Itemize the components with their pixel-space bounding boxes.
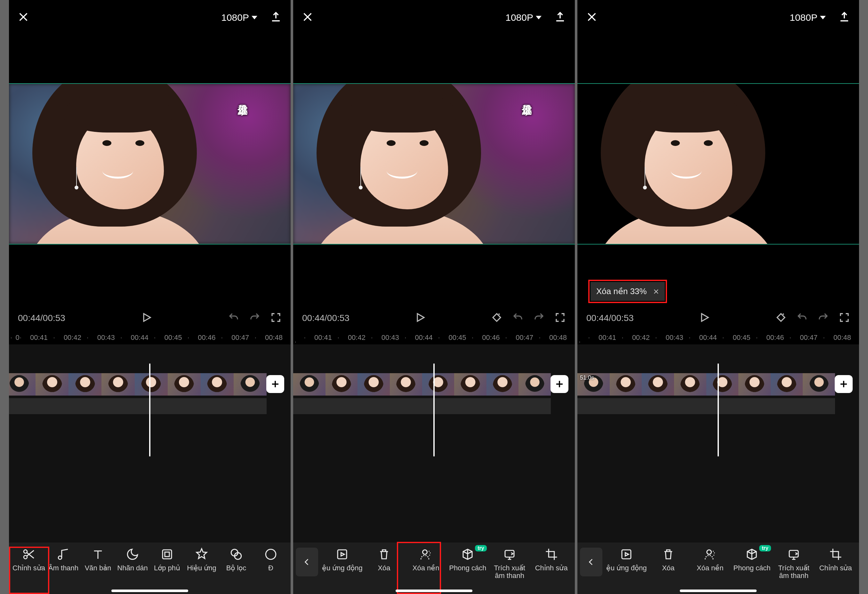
time-ruler[interactable]: 00:4100:4200:4300:4400:4500:4600:4700:48 (293, 331, 575, 344)
cube-icon (461, 548, 474, 561)
extract-audio-icon (503, 548, 516, 561)
svg-rect-3 (165, 552, 169, 557)
tool-text[interactable]: Văn bản (81, 548, 115, 572)
crop-icon (829, 548, 842, 561)
tool-filter[interactable]: Bộ lọc (219, 548, 254, 572)
try-badge: try (475, 545, 487, 551)
tool-audio[interactable]: Âm thanh (46, 548, 81, 572)
screen-1: 1080P 你就是永远 00:44/00:53 0 00:4100:4200:4… (9, 0, 291, 594)
video-preview[interactable]: 你就是永远 (9, 83, 291, 245)
add-clip-button[interactable] (835, 375, 853, 393)
play-box-icon (620, 548, 633, 561)
chevron-down-icon (252, 15, 257, 21)
tool-delete[interactable]: Xóa (648, 548, 689, 572)
close-icon[interactable] (653, 289, 659, 294)
time-ruler[interactable]: 00:4100:4200:4300:4400:4500:4600:4700:48 (577, 331, 859, 344)
fullscreen-icon[interactable] (838, 312, 850, 325)
playhead[interactable] (149, 363, 151, 457)
timeline[interactable] (9, 344, 291, 542)
tool-crop[interactable]: Chỉnh sửa (815, 548, 856, 572)
toolbar-sub: ệu ứng động Xóa Xóa nền try Phong cách T… (293, 542, 575, 594)
overlay-icon (160, 548, 174, 561)
try-badge: try (759, 545, 771, 551)
progress-toast: Xóa nền 33% (590, 282, 665, 301)
back-button[interactable] (296, 548, 318, 576)
add-clip-button[interactable] (266, 375, 284, 393)
fullscreen-icon[interactable] (270, 312, 282, 325)
person-cutout-icon (704, 548, 717, 561)
tool-style[interactable]: try Phong cách (731, 548, 773, 572)
crop-icon (545, 548, 558, 561)
text-icon (91, 548, 105, 561)
tool-animation[interactable]: ệu ứng động (321, 548, 363, 572)
close-icon[interactable] (586, 12, 597, 24)
clip-strip[interactable] (9, 373, 267, 396)
clip-strip[interactable]: 51.0s (577, 373, 835, 396)
home-indicator (396, 590, 472, 592)
back-button[interactable] (580, 548, 602, 576)
export-icon[interactable] (838, 11, 850, 24)
tool-extract-audio[interactable]: Trích xuất âm thanh (773, 548, 815, 579)
top-bar: 1080P (9, 0, 291, 35)
video-preview[interactable]: 你就是永远 (293, 83, 575, 245)
screen-2: 1080P 你就是永远 00:44/00:53 00:4100:4200:430… (293, 0, 575, 594)
home-indicator (680, 590, 757, 592)
resolution-dropdown[interactable]: 1080P (790, 12, 826, 23)
add-clip-button[interactable] (551, 375, 568, 393)
toolbar-main: Chỉnh sửa Âm thanh Văn bản Nhãn dán Lớp … (9, 542, 291, 594)
highlight-box (9, 547, 49, 594)
cube-icon (745, 548, 759, 561)
toast-text: Xóa nền 33% (596, 287, 647, 296)
video-preview[interactable] (577, 83, 859, 245)
chevron-down-icon (536, 15, 542, 21)
adjust-icon (264, 548, 278, 561)
timeline[interactable] (293, 344, 575, 542)
playhead[interactable] (433, 363, 435, 457)
timeline[interactable]: 51.0s (577, 344, 859, 542)
redo-icon[interactable] (533, 312, 545, 325)
tool-animation[interactable]: ệu ứng động (605, 548, 648, 572)
play-icon[interactable] (415, 312, 426, 325)
close-icon[interactable] (18, 12, 29, 24)
export-icon[interactable] (270, 11, 282, 24)
tool-sticker[interactable]: Nhãn dán (115, 548, 150, 572)
tool-extract-audio[interactable]: Trích xuất âm thanh (489, 548, 531, 579)
redo-icon[interactable] (818, 312, 829, 325)
close-icon[interactable] (302, 12, 313, 24)
undo-icon[interactable] (512, 312, 524, 325)
extract-audio-icon (787, 548, 800, 561)
tool-overlay[interactable]: Lớp phủ (150, 548, 185, 572)
resolution-dropdown[interactable]: 1080P (221, 12, 257, 23)
audio-track[interactable] (293, 398, 551, 414)
chevron-down-icon (820, 15, 826, 21)
undo-icon[interactable] (796, 312, 808, 325)
highlight-box: Xóa nền 33% (588, 280, 667, 303)
play-box-icon (335, 548, 349, 561)
playhead[interactable] (717, 363, 719, 457)
keyframe-icon[interactable] (775, 312, 787, 325)
home-indicator (111, 590, 188, 592)
keyframe-icon[interactable] (491, 312, 502, 325)
svg-point-6 (266, 549, 276, 559)
svg-rect-2 (162, 550, 171, 559)
time-ruler[interactable]: 0 00:4100:4200:4300:4400:4500:4600:4700:… (9, 331, 291, 344)
play-icon[interactable] (141, 312, 152, 325)
play-icon[interactable] (699, 312, 710, 325)
audio-track[interactable] (9, 398, 267, 414)
preview-subject (15, 83, 234, 245)
resolution-dropdown[interactable]: 1080P (505, 12, 542, 23)
clip-strip[interactable] (293, 373, 551, 396)
fullscreen-icon[interactable] (554, 312, 566, 325)
export-icon[interactable] (554, 11, 566, 24)
audio-track[interactable] (577, 398, 835, 414)
tool-style[interactable]: try Phong cách (447, 548, 489, 572)
redo-icon[interactable] (249, 312, 261, 325)
tool-effect[interactable]: Hiệu ứng (185, 548, 219, 572)
undo-icon[interactable] (228, 312, 239, 325)
tool-remove-bg[interactable]: Xóa nền (689, 548, 731, 572)
tool-crop[interactable]: Chỉnh sửa (530, 548, 572, 572)
highlight-box (397, 542, 441, 594)
tool-adjust-partial[interactable]: Đ (254, 548, 288, 572)
trash-icon (661, 548, 675, 561)
playback-controls: 00:44/00:53 (9, 305, 291, 331)
